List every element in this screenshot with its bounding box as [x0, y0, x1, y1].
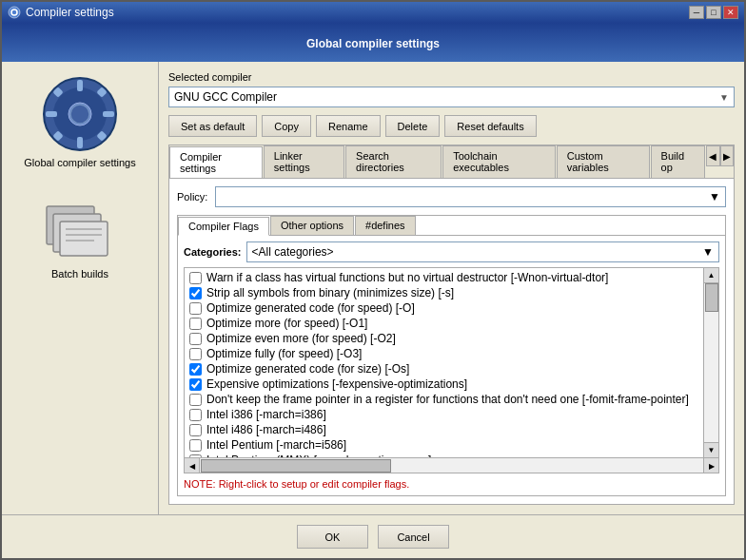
- tab-toolchain-executables[interactable]: Toolchain executables: [442, 145, 556, 178]
- policy-dropdown-arrow-icon: ▼: [709, 190, 720, 203]
- categories-dropdown-arrow-icon: ▼: [702, 245, 714, 259]
- main-header: Global compiler settings: [2, 23, 744, 62]
- sub-tab-bar: Compiler Flags Other options #defines: [178, 216, 725, 236]
- flag-checkbox[interactable]: [189, 378, 202, 391]
- flag-label: Expensive optimizations [-fexpensive-opt…: [206, 377, 467, 391]
- svg-rect-16: [60, 222, 108, 256]
- flags-list-scroll[interactable]: Warn if a class has virtual functions bu…: [185, 268, 718, 473]
- sub-tab-other-options[interactable]: Other options: [270, 216, 354, 235]
- sub-tab-content: Categories: <All categories> ▼ Warn if a…: [178, 236, 725, 495]
- main-panel: Selected compiler GNU GCC Compiler ▼ Set…: [159, 62, 744, 514]
- flag-checkbox[interactable]: [189, 302, 202, 315]
- scroll-up-icon[interactable]: ▲: [704, 268, 718, 283]
- sub-tab-section: Compiler Flags Other options #defines Ca…: [177, 215, 726, 496]
- flag-checkbox[interactable]: [189, 394, 202, 406]
- outer-tab-bar: Compiler settings Linker settings Search…: [169, 145, 734, 179]
- note-text: NOTE: Right-click to setup or edit compi…: [184, 478, 719, 490]
- batch-icon: [42, 187, 118, 263]
- sidebar-batch-label: Batch builds: [51, 268, 108, 280]
- close-button[interactable]: ✕: [723, 6, 738, 19]
- flag-checkbox[interactable]: [189, 272, 202, 284]
- title-bar-left: Compiler settings: [8, 6, 114, 19]
- categories-row: Categories: <All categories> ▼: [184, 241, 719, 262]
- scroll-left-icon[interactable]: ◀: [185, 458, 200, 473]
- flag-checkbox[interactable]: [189, 363, 202, 376]
- button-row: Set as default Copy Rename Delete Reset …: [168, 115, 735, 137]
- tab-build-op[interactable]: Build op: [651, 145, 705, 178]
- tab-compiler-settings[interactable]: Compiler settings: [169, 146, 263, 179]
- selected-compiler-label: Selected compiler: [168, 71, 735, 83]
- flag-checkbox[interactable]: [189, 439, 202, 452]
- tab-content-compiler-settings: Policy: ▼ Compiler Flags Other options #…: [169, 179, 734, 504]
- flag-item: Strip all symbols from binary (minimizes…: [186, 285, 701, 300]
- copy-button[interactable]: Copy: [262, 115, 311, 137]
- flag-label: Intel i486 [-march=i486]: [206, 423, 326, 436]
- tab-linker-settings[interactable]: Linker settings: [264, 145, 344, 178]
- scroll-right-icon[interactable]: ▶: [703, 458, 718, 473]
- svg-point-13: [70, 105, 89, 124]
- minimize-button[interactable]: ─: [689, 6, 704, 19]
- policy-label: Policy:: [177, 191, 207, 203]
- flags-list: Warn if a class has virtual functions bu…: [185, 268, 703, 470]
- policy-dropdown[interactable]: ▼: [215, 186, 726, 207]
- categories-dropdown[interactable]: <All categories> ▼: [246, 241, 719, 262]
- vertical-scrollbar[interactable]: ▲ ▼: [703, 268, 718, 457]
- dropdown-arrow-icon: ▼: [719, 92, 729, 103]
- flag-label: Optimize even more (for speed) [-O2]: [206, 332, 396, 345]
- cancel-button[interactable]: Cancel: [378, 525, 449, 549]
- sidebar-global-label: Global compiler settings: [24, 157, 135, 168]
- window-title: Compiler settings: [26, 6, 114, 19]
- svg-rect-8: [103, 111, 114, 117]
- sidebar-item-global[interactable]: Global compiler settings: [19, 71, 140, 173]
- flag-label: Strip all symbols from binary (minimizes…: [206, 286, 454, 299]
- delete-button[interactable]: Delete: [385, 115, 441, 137]
- compiler-dropdown[interactable]: GNU GCC Compiler ▼: [168, 87, 735, 107]
- tab-nav-left-icon[interactable]: ◀: [706, 145, 719, 166]
- content-area: Global compiler settings Batch builds Se…: [2, 62, 744, 514]
- sub-tab-compiler-flags[interactable]: Compiler Flags: [178, 217, 269, 236]
- flag-item: Expensive optimizations [-fexpensive-opt…: [186, 377, 701, 392]
- flag-item: Optimize even more (for speed) [-O2]: [186, 331, 701, 346]
- flag-checkbox[interactable]: [189, 424, 202, 436]
- flag-checkbox[interactable]: [189, 333, 202, 345]
- policy-row: Policy: ▼: [177, 186, 726, 207]
- selected-compiler-section: Selected compiler GNU GCC Compiler ▼: [168, 71, 735, 107]
- flag-label: Optimize more (for speed) [-O1]: [206, 317, 367, 330]
- sub-tab-defines[interactable]: #defines: [355, 216, 416, 235]
- flag-checkbox[interactable]: [189, 287, 202, 299]
- tab-custom-variables[interactable]: Custom variables: [557, 145, 650, 178]
- flag-item: Intel Pentium [-march=i586]: [186, 437, 701, 453]
- tab-nav-right-icon[interactable]: ▶: [720, 145, 734, 166]
- flag-checkbox[interactable]: [189, 409, 202, 421]
- flag-label: Intel Pentium [-march=i586]: [206, 438, 346, 452]
- flag-item: Warn if a class has virtual functions bu…: [186, 270, 701, 285]
- h-scroll-thumb[interactable]: [201, 459, 391, 473]
- svg-rect-7: [46, 111, 57, 117]
- ok-button[interactable]: OK: [297, 525, 368, 549]
- flag-item: Intel i386 [-march=i386]: [186, 407, 701, 422]
- svg-rect-6: [77, 137, 83, 148]
- flag-label: Intel i386 [-march=i386]: [206, 408, 326, 421]
- flag-item: Optimize generated code (for size) [-Os]: [186, 361, 701, 377]
- rename-button[interactable]: Rename: [316, 115, 381, 137]
- reset-defaults-button[interactable]: Reset defaults: [444, 115, 536, 137]
- flag-checkbox[interactable]: [189, 318, 202, 330]
- flag-checkbox[interactable]: [189, 348, 202, 360]
- maximize-button[interactable]: □: [706, 6, 721, 19]
- flag-label: Optimize fully (for speed) [-O3]: [206, 347, 362, 360]
- horizontal-scrollbar[interactable]: ◀ ▶: [185, 457, 718, 473]
- sidebar-item-batch[interactable]: Batch builds: [37, 183, 123, 284]
- flag-label: Optimize generated code (for size) [-Os]: [206, 362, 409, 376]
- scroll-thumb[interactable]: [705, 283, 718, 312]
- flag-item: Optimize fully (for speed) [-O3]: [186, 346, 701, 361]
- set-as-default-button[interactable]: Set as default: [168, 115, 257, 137]
- scroll-down-icon[interactable]: ▼: [704, 442, 718, 457]
- flag-item: Optimize generated code (for speed) [-O]: [186, 300, 701, 316]
- flag-item: Optimize more (for speed) [-O1]: [186, 316, 701, 331]
- flag-label: Warn if a class has virtual functions bu…: [206, 271, 608, 284]
- title-bar-controls: ─ □ ✕: [689, 6, 738, 19]
- compiler-tabs-container: Compiler settings Linker settings Search…: [168, 145, 735, 505]
- main-window: Compiler settings ─ □ ✕ Global compiler …: [0, 0, 746, 560]
- h-scroll-track: [200, 458, 703, 473]
- tab-search-directories[interactable]: Search directories: [345, 145, 442, 178]
